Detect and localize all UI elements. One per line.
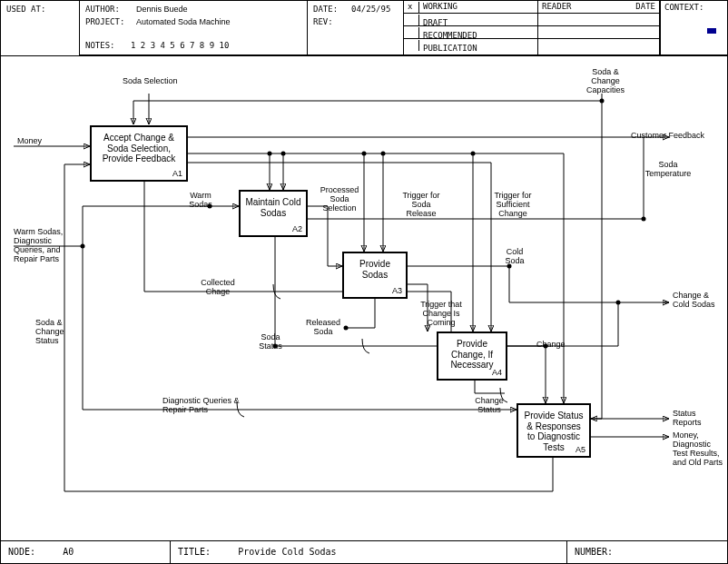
lbl-cust-fb: Customer Feedback: [631, 132, 704, 141]
lbl-warm-sodas: Warm Sodas: [182, 192, 219, 210]
lbl-change-status: Change Status: [469, 397, 509, 415]
lbl-cold-soda: Cold Soda: [498, 248, 531, 266]
project-value: Automated Soda Machine: [136, 17, 231, 26]
notes-value: 1 2 3 4 5 6 7 8 9 10: [131, 41, 229, 50]
date-value: 04/25/95: [351, 5, 390, 14]
lbl-soda-temp: Soda Temperature: [636, 161, 700, 179]
fn-a2-tag: A2: [292, 224, 302, 233]
author-label: AUTHOR:: [85, 5, 120, 14]
lbl-money-out: Money, Diagnostic Test Results, and Old …: [673, 431, 723, 468]
fn-a4: Provide Change, If Necessary A4: [437, 331, 507, 381]
lbl-change: Change: [536, 341, 566, 350]
context-block-icon: [707, 28, 716, 34]
context-label: CONTEXT:: [664, 3, 703, 12]
context-box: CONTEXT:: [660, 1, 727, 55]
lbl-soda-status: Soda Status: [251, 333, 290, 351]
status-x: x: [408, 2, 419, 13]
fn-a5-tag: A5: [576, 445, 585, 454]
lbl-money: Money: [17, 137, 42, 146]
fn-a3-text: Provide Sodas: [359, 259, 390, 280]
notes-label: NOTES:: [85, 41, 115, 50]
fn-a5: Provide Status & Responses to Diagnostic…: [516, 403, 591, 458]
reader-label: READER: [542, 2, 572, 11]
lbl-soda-selection: Soda Selection: [123, 77, 178, 86]
used-at-label: USED AT:: [6, 5, 45, 14]
lbl-change-cold: Change & Cold Sodas: [673, 292, 718, 310]
status-recommended: RECOMMENDED: [423, 31, 477, 40]
fn-a1-text: Accept Change & Soda Selection, Provide …: [103, 133, 176, 163]
lbl-trig-suff: Trigger for Sufficient Change: [486, 192, 540, 219]
author-value: Dennis Buede: [136, 5, 188, 14]
lbl-diag-repair: Diagnostic Queries & Repair Parts: [162, 397, 244, 415]
project-label: PROJECT:: [85, 17, 124, 26]
status-working: WORKING: [423, 2, 457, 11]
lbl-sc-status: Soda & Change Status: [35, 319, 81, 346]
lbl-sc-cap: Soda & Change Capacities: [578, 68, 633, 95]
lbl-processed-sel: Processed Soda Selection: [315, 186, 364, 213]
title-value: Provide Cold Sodas: [238, 547, 336, 557]
fn-a2-text: Maintain Cold Sodas: [245, 197, 300, 218]
lbl-warm-in: Warm Sodas, Diagnostic Queries, and Repa…: [14, 228, 77, 264]
number-label: NUMBER:: [575, 547, 613, 557]
fn-a1: Accept Change & Soda Selection, Provide …: [90, 125, 188, 182]
lbl-trig-release: Trigger for Soda Release: [398, 192, 444, 219]
fn-a5-text: Provide Status & Responses to Diagnostic…: [524, 411, 583, 452]
svg-point-60: [616, 301, 621, 305]
lbl-collected-chage: Collected Chage: [193, 279, 242, 297]
lbl-released-soda: Released Soda: [300, 319, 346, 337]
idef0-diagram: Accept Change & Soda Selection, Provide …: [1, 55, 727, 541]
status-draft: DRAFT: [423, 18, 448, 27]
node-label: NODE:: [8, 547, 35, 557]
fn-a4-text: Provide Change, If Necessary: [450, 339, 493, 370]
fn-a1-tag: A1: [172, 169, 182, 178]
rev-label: REV:: [313, 17, 333, 26]
lbl-trig-change-coming: Trigger that Change Is Coming: [409, 301, 473, 328]
fn-a4-tag: A4: [492, 368, 502, 377]
fn-a3: Provide Sodas A3: [342, 252, 408, 299]
footer: NODE: A0 TITLE: Provide Cold Sodas NUMBE…: [1, 540, 727, 563]
date-label: DATE:: [313, 5, 338, 14]
status-publication: PUBLICATION: [423, 44, 477, 53]
fn-a3-tag: A3: [392, 286, 402, 295]
title-label: TITLE:: [178, 547, 211, 557]
node-value: A0: [63, 547, 74, 557]
lbl-status-reports: Status Reports: [673, 410, 718, 428]
fn-a2: Maintain Cold Sodas A2: [239, 190, 308, 237]
date-col: DATE: [635, 2, 655, 11]
